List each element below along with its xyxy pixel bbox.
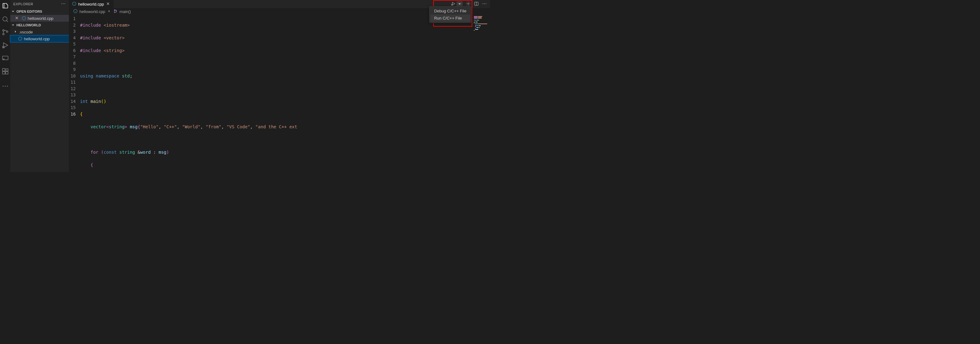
svg-point-16 [65, 3, 65, 4]
svg-rect-9 [6, 71, 8, 74]
svg-text:+: + [75, 10, 76, 12]
svg-text:+: + [19, 38, 21, 40]
symbol-function-icon [113, 9, 118, 14]
svg-point-15 [63, 3, 64, 4]
more-icon[interactable] [2, 82, 9, 90]
code-content[interactable]: #include <iostream> #include <vector> #i… [80, 15, 473, 172]
source-control-icon[interactable] [2, 29, 9, 36]
code-editor[interactable]: 1 2 3 4 5 6 7 8 9 10 11 12 13 14 15 16 #… [69, 15, 490, 172]
open-editor-filename: helloworld.cpp [28, 16, 53, 21]
open-editors-header[interactable]: OPEN EDITORS [10, 8, 69, 15]
svg-point-28 [486, 3, 486, 4]
breadcrumb-file: helloworld.cpp [80, 9, 105, 14]
file-helloworld[interactable]: + helloworld.cpp [10, 35, 69, 42]
svg-rect-7 [3, 68, 5, 71]
explorer-more-icon[interactable] [61, 1, 66, 7]
open-editors-label: OPEN EDITORS [16, 10, 42, 13]
svg-point-27 [484, 3, 485, 4]
cpp-file-icon: + [18, 36, 23, 41]
breadcrumb[interactable]: + helloworld.cpp main() [69, 8, 490, 15]
workspace-label: HELLOWORLD [16, 23, 41, 27]
svg-point-13 [7, 86, 8, 87]
breadcrumb-symbol: main() [119, 9, 131, 14]
explorer-header: EXPLORER [10, 0, 69, 8]
explorer-title: EXPLORER [13, 2, 33, 6]
svg-point-12 [5, 86, 6, 87]
search-icon[interactable] [2, 16, 9, 23]
line-number-gutter: 1 2 3 4 5 6 7 8 9 10 11 12 13 14 15 16 [69, 15, 80, 172]
cpp-file-icon: + [73, 9, 78, 14]
file-name: helloworld.cpp [24, 36, 50, 41]
svg-text:+: + [23, 17, 24, 19]
folder-vscode[interactable]: .vscode [10, 29, 69, 35]
explorer-sidebar: EXPLORER OPEN EDITORS + helloworld.cpp H… [10, 0, 69, 172]
split-editor-icon[interactable] [474, 1, 479, 7]
remote-explorer-icon[interactable] [2, 54, 9, 62]
cpp-file-icon: + [72, 2, 76, 7]
tab-helloworld[interactable]: + helloworld.cpp [69, 0, 114, 8]
run-file-option[interactable]: Run C/C++ File [430, 14, 470, 22]
svg-point-1 [3, 30, 4, 31]
chevron-right-icon [107, 9, 111, 14]
minimap[interactable] [473, 15, 490, 172]
svg-point-6 [3, 59, 4, 60]
explorer-icon[interactable] [2, 3, 9, 10]
svg-point-24 [468, 3, 469, 4]
svg-rect-10 [6, 69, 8, 71]
svg-point-11 [3, 86, 3, 87]
svg-rect-8 [3, 71, 5, 74]
svg-point-2 [3, 33, 4, 35]
svg-point-14 [62, 3, 62, 4]
folder-name: .vscode [19, 30, 33, 34]
editor-area: + helloworld.cpp [69, 0, 490, 172]
more-actions-icon[interactable] [482, 1, 487, 7]
workspace-header[interactable]: HELLOWORLD [10, 22, 69, 29]
svg-text:+: + [73, 3, 75, 5]
close-tab-icon[interactable] [106, 2, 110, 7]
open-editor-item[interactable]: + helloworld.cpp [10, 15, 69, 22]
run-debug-icon[interactable] [2, 41, 9, 49]
tab-bar: + helloworld.cpp [69, 0, 490, 8]
close-editor-icon[interactable] [14, 16, 19, 21]
svg-point-0 [3, 17, 7, 21]
run-dropdown-menu: Debug C/C++ File Run C/C++ File [429, 6, 471, 23]
chevron-right-icon [13, 29, 18, 35]
extensions-icon[interactable] [2, 68, 9, 75]
activity-bar [0, 0, 10, 172]
cpp-file-icon: + [21, 16, 26, 21]
debug-file-option[interactable]: Debug C/C++ File [430, 8, 470, 14]
tab-label: helloworld.cpp [78, 2, 104, 6]
svg-point-26 [482, 3, 483, 4]
